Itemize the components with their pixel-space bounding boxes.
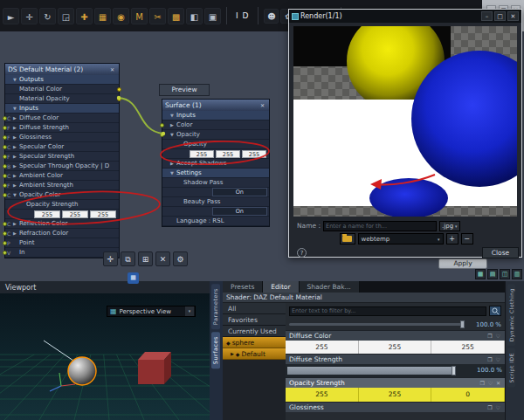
list-item[interactable]: Currently Used <box>223 326 286 337</box>
property-header-diffuse-color[interactable]: Diffuse Color ❒ ♡ <box>286 330 505 341</box>
view-mode-icon[interactable]: ▤ <box>487 269 498 279</box>
pane-tab[interactable]: Presets <box>223 281 263 293</box>
node-property-row[interactable]: ▼ Outputs <box>5 75 119 85</box>
close-icon[interactable]: ✕ <box>507 11 519 21</box>
pane-tab[interactable]: Editor <box>263 281 299 293</box>
toolbar-icon[interactable]: ☻ <box>264 9 279 24</box>
output-socket-icon[interactable] <box>117 97 121 101</box>
input-socket-icon[interactable] <box>3 145 7 149</box>
toolbar-icon[interactable]: ▦ <box>94 8 111 24</box>
property-header-opacity-strength[interactable]: Opacity Strength ❒ ♡ ✕ <box>286 377 505 388</box>
node-property-row[interactable]: V In <box>5 248 119 258</box>
node-editor-tool-button[interactable]: ⧉ <box>121 251 135 266</box>
surface-property-row[interactable]: On <box>162 188 269 197</box>
expand-arrow-icon[interactable]: ▶ <box>170 122 176 127</box>
input-socket-icon[interactable] <box>3 164 7 169</box>
input-socket-icon[interactable] <box>3 231 7 236</box>
sphere-object[interactable] <box>68 357 96 385</box>
filter-input[interactable] <box>289 306 486 316</box>
viewport-layout-icon[interactable]: ▦ <box>128 272 139 284</box>
surface-property-row[interactable]: Shadow Pass <box>162 178 269 188</box>
surface-panel-titlebar[interactable]: Surface (1) ✕ <box>162 100 269 111</box>
node-property-row[interactable]: B ▶ Specular Through Opacity | D <box>5 162 119 171</box>
diffuse-strength-slider[interactable]: 100.0 % <box>286 364 505 377</box>
input-socket-icon[interactable] <box>3 222 7 226</box>
list-item[interactable]: All <box>223 303 286 314</box>
toolbar-icon[interactable]: ► <box>3 8 19 24</box>
node-property-row[interactable]: C ▶ Ambient Color <box>5 171 119 181</box>
surface-property-row[interactable]: On <box>162 207 269 217</box>
view-mode-icon[interactable]: ▥ <box>512 269 522 279</box>
view-mode-icon[interactable]: ◫ <box>500 269 510 279</box>
property-action-icons[interactable]: ❒ ♡ <box>487 404 501 410</box>
cube-front-face[interactable] <box>138 360 164 384</box>
node-property-row[interactable]: Material Color <box>5 85 119 94</box>
node-property-row[interactable]: 255 255 255 <box>5 210 119 219</box>
opacity-value-r[interactable]: 255 <box>286 388 359 402</box>
toggle-value[interactable]: On <box>212 207 267 216</box>
surface-property-row[interactable]: Language : RSL <box>162 217 269 226</box>
surface-property-row[interactable]: ▼ Opacity <box>162 130 269 140</box>
folder-dropdown[interactable]: webtemp ▾ <box>358 233 444 244</box>
expand-arrow-icon[interactable]: ▼ <box>13 106 19 111</box>
expand-arrow-icon[interactable]: ▶ <box>170 161 176 166</box>
input-socket-icon[interactable] <box>3 193 7 197</box>
expand-arrow-icon[interactable]: ▶ <box>13 134 19 140</box>
value-cell[interactable]: 255 <box>242 150 266 158</box>
node-property-row[interactable]: ▼ Inputs <box>5 104 119 114</box>
toolbar-icon[interactable]: M <box>131 8 148 24</box>
remove-button[interactable]: − <box>461 233 473 244</box>
toolbar-icon[interactable]: ✚ <box>76 8 93 24</box>
expand-arrow-icon[interactable]: ▼ <box>13 77 19 82</box>
toolbar-icon[interactable]: ▩ <box>168 8 184 24</box>
toolbar-icon[interactable]: ✂ <box>149 8 166 24</box>
list-item[interactable]: Favorites <box>223 314 286 326</box>
node-property-row[interactable]: C ▶ Diffuse Color <box>5 114 119 123</box>
property-action-icons[interactable]: ❒ ♡ ✕ <box>479 380 501 386</box>
expand-arrow-icon[interactable]: ▶ <box>13 115 19 120</box>
input-socket-icon[interactable] <box>160 123 164 127</box>
input-socket-icon[interactable] <box>3 116 7 120</box>
expand-arrow-icon[interactable]: ▶ <box>13 125 19 130</box>
view-mode-icon[interactable]: ▦ <box>475 269 486 279</box>
node-property-row[interactable]: P Point <box>5 238 119 248</box>
node-editor-tool-button[interactable]: ✛ <box>103 251 118 266</box>
minimize-icon[interactable]: – <box>481 11 493 21</box>
node-property-row[interactable]: Material Opacity <box>5 94 119 104</box>
expand-arrow-icon[interactable]: ▶ <box>13 231 19 236</box>
property-action-icons[interactable]: ❒ ♡ <box>487 356 501 362</box>
surface-property-row[interactable]: 255 255 255 <box>162 149 269 159</box>
input-socket-icon[interactable] <box>3 183 7 188</box>
color-value-r[interactable]: 255 <box>286 341 359 354</box>
expand-arrow-icon[interactable]: ▶ <box>13 163 19 169</box>
pane-tab[interactable]: Dynamic Clothing <box>507 284 515 346</box>
surface-property-row[interactable]: ▶ Color <box>162 120 269 130</box>
node-property-row[interactable]: F ▶ Ambient Strength <box>5 181 119 190</box>
pane-tab[interactable]: Parameters <box>211 284 220 329</box>
value-cell[interactable]: 255 <box>90 210 116 218</box>
node-property-row[interactable]: F ▶ Glossiness <box>5 133 119 142</box>
toolbar-icon[interactable]: ◧ <box>186 8 203 24</box>
preview-node-title[interactable]: Preview <box>159 84 210 96</box>
input-socket-icon[interactable] <box>3 126 7 130</box>
toolbar-icon[interactable]: ▣ <box>204 8 221 24</box>
output-socket-icon[interactable] <box>117 87 121 92</box>
expand-arrow-icon[interactable]: ▼ <box>13 192 19 197</box>
property-header-glossiness[interactable]: Glossiness ❒ ♡ <box>286 402 505 412</box>
expand-arrow-icon[interactable]: ▶ <box>13 154 19 159</box>
render-window-titlebar[interactable]: Render(1/1) – □ ✕ <box>289 10 521 23</box>
slider-track[interactable] <box>289 323 465 326</box>
expand-arrow-icon[interactable]: ▼ <box>170 132 176 137</box>
render-name-input[interactable] <box>323 221 437 231</box>
value-cell[interactable]: 255 <box>216 150 240 158</box>
slider-handle[interactable] <box>460 320 465 328</box>
view-selector-dropdown[interactable]: ▦ Perspective View ▾ <box>107 306 196 317</box>
expand-arrow-icon[interactable]: ▶ <box>13 221 19 226</box>
node-editor-tool-button[interactable]: ⚙ <box>173 251 188 266</box>
opacity-value-b[interactable]: 0 <box>431 388 505 402</box>
surface-tree-item-default[interactable]: ▶ ◆ Default <box>223 348 286 360</box>
node-editor-tool-button[interactable]: ⊞ <box>138 251 153 266</box>
expand-arrow-icon[interactable]: ▶ <box>13 144 19 149</box>
toolbar-icon[interactable]: ◲ <box>58 8 74 24</box>
surface-property-row[interactable]: Beauty Pass <box>162 197 269 207</box>
